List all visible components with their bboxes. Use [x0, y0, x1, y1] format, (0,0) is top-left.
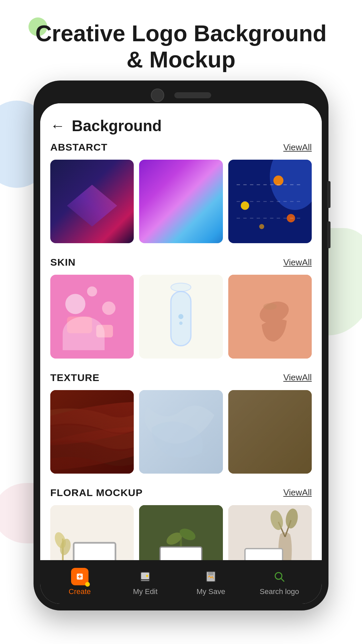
- texture-image-grid: [50, 390, 312, 474]
- search-logo-icon: [270, 568, 288, 585]
- my-save-icon: [202, 568, 220, 585]
- section-floral-title: FLORAL MOCKUP: [50, 487, 143, 498]
- nav-label-search-logo: Search logo: [260, 587, 299, 596]
- svg-point-15: [179, 322, 183, 325]
- nav-item-create[interactable]: Create: [63, 568, 97, 596]
- texture-image-1[interactable]: [50, 390, 134, 474]
- svg-line-51: [281, 578, 284, 581]
- svg-rect-18: [228, 390, 312, 474]
- nav-item-my-save[interactable]: My Save: [194, 568, 228, 596]
- section-floral-header: FLORAL MOCKUP ViewAll: [50, 487, 312, 498]
- skin-image-2[interactable]: [139, 275, 223, 358]
- phone-speaker: [174, 92, 211, 98]
- app-content: ← Background ABSTARCT ViewAll: [40, 103, 322, 604]
- svg-point-9: [102, 302, 116, 315]
- nav-label-my-save: My Save: [196, 587, 225, 596]
- svg-rect-31: [162, 549, 200, 560]
- page-title-line1: Creative Logo Background: [35, 20, 326, 46]
- page-title-line2: & Mockup: [127, 47, 236, 72]
- back-button[interactable]: ←: [50, 118, 65, 133]
- mockup-image-1[interactable]: [50, 505, 134, 560]
- section-texture-viewall[interactable]: ViewAll: [283, 372, 312, 383]
- section-texture-header: TEXTURE ViewAll: [50, 372, 312, 383]
- my-edit-icon: [136, 568, 154, 585]
- section-skin: SKIN ViewAll: [50, 257, 312, 358]
- section-skin-header: SKIN ViewAll: [50, 257, 312, 268]
- section-abstract-viewall[interactable]: ViewAll: [283, 142, 312, 153]
- phone-notch: [137, 87, 225, 103]
- svg-point-13: [171, 283, 191, 291]
- section-abstract-title: ABSTARCT: [50, 142, 108, 153]
- mockup-image-3[interactable]: [228, 505, 312, 560]
- floral-image-grid: [50, 505, 312, 560]
- section-abstract-header: ABSTARCT ViewAll: [50, 142, 312, 153]
- section-floral-viewall[interactable]: ViewAll: [283, 487, 312, 498]
- phone-frame: ← Background ABSTARCT ViewAll: [34, 80, 328, 610]
- abstract-image-3[interactable]: [228, 160, 312, 243]
- svg-point-35: [268, 509, 285, 531]
- texture-image-2[interactable]: [139, 390, 223, 474]
- create-icon: [71, 568, 88, 585]
- section-skin-viewall[interactable]: ViewAll: [283, 257, 312, 268]
- section-texture: TEXTURE ViewAll: [50, 372, 312, 474]
- svg-point-7: [65, 294, 85, 314]
- abstract-image-1[interactable]: [50, 160, 134, 243]
- svg-rect-39: [247, 550, 281, 560]
- skin-image-3[interactable]: [228, 275, 312, 358]
- scroll-area[interactable]: ABSTARCT ViewAll: [40, 142, 322, 560]
- section-abstract: ABSTARCT ViewAll: [50, 142, 312, 243]
- phone-side-button-1: [327, 181, 330, 208]
- phone-camera: [151, 89, 164, 102]
- section-texture-title: TEXTURE: [50, 372, 100, 383]
- top-bar: ← Background: [40, 103, 322, 142]
- phone-screen: ← Background ABSTARCT ViewAll: [40, 103, 322, 604]
- bottom-nav: Create My Edit: [40, 560, 322, 604]
- svg-point-36: [284, 507, 299, 529]
- svg-rect-23: [75, 544, 114, 560]
- create-dot: [85, 582, 90, 587]
- svg-point-1: [241, 202, 249, 210]
- skin-image-grid: [50, 275, 312, 358]
- screen-title: Background: [72, 117, 162, 135]
- texture-image-3[interactable]: [228, 390, 312, 474]
- nav-label-create: Create: [69, 587, 91, 596]
- svg-point-0: [273, 175, 283, 185]
- svg-point-14: [179, 314, 184, 319]
- svg-rect-8: [67, 317, 92, 333]
- svg-point-11: [87, 286, 97, 297]
- svg-rect-49: [208, 572, 214, 575]
- svg-point-3: [259, 224, 264, 229]
- abstract-image-2[interactable]: [139, 160, 223, 243]
- skin-image-1[interactable]: [50, 275, 134, 358]
- nav-label-my-edit: My Edit: [133, 587, 158, 596]
- phone-side-button-2: [327, 221, 330, 248]
- mockup-image-2[interactable]: [139, 505, 223, 560]
- section-floral-mockup: FLORAL MOCKUP ViewAll: [50, 487, 312, 560]
- svg-point-17: [263, 303, 277, 310]
- nav-item-my-edit[interactable]: My Edit: [128, 568, 162, 596]
- page-title: Creative Logo Background & Mockup: [35, 20, 326, 72]
- nav-item-search-logo[interactable]: Search logo: [260, 568, 299, 596]
- svg-rect-10: [96, 325, 113, 337]
- abstract-image-grid: [50, 160, 312, 243]
- page-header: Creative Logo Background & Mockup: [0, 20, 362, 72]
- section-skin-title: SKIN: [50, 257, 76, 268]
